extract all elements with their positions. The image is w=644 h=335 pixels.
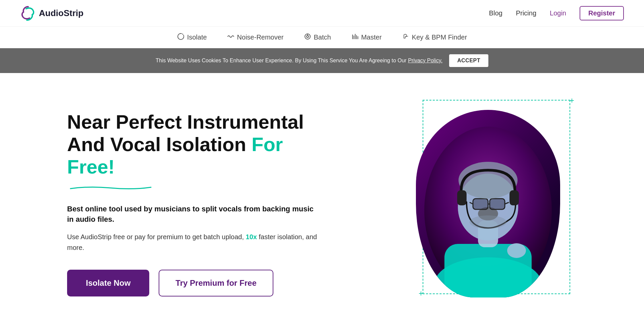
cookie-text: This Website Uses Cookies To Enhance Use… bbox=[156, 58, 442, 64]
nav-label-isolate: Isolate bbox=[187, 34, 207, 41]
hero-description: Use AudioStrip free or pay for premium t… bbox=[67, 231, 322, 253]
try-premium-button[interactable]: Try Premium for Free bbox=[159, 270, 273, 296]
svg-point-1 bbox=[307, 36, 309, 38]
svg-point-23 bbox=[470, 215, 506, 229]
register-button[interactable]: Register bbox=[580, 6, 624, 20]
svg-rect-7 bbox=[358, 36, 358, 39]
batch-icon bbox=[304, 33, 311, 42]
person-illustration bbox=[421, 123, 555, 297]
nav-item-batch[interactable]: Batch bbox=[304, 33, 331, 42]
svg-rect-5 bbox=[355, 34, 356, 39]
header-nav: Blog Pricing Login Register bbox=[489, 6, 624, 20]
noise-remover-icon bbox=[227, 33, 234, 42]
nav-label-noise-remover: Noise-Remover bbox=[237, 34, 284, 41]
hero-title: Near Perfect Instrumental And Vocal Isol… bbox=[67, 111, 322, 178]
hero-image-container bbox=[416, 100, 577, 308]
blog-link[interactable]: Blog bbox=[489, 9, 502, 17]
svg-rect-14 bbox=[473, 199, 488, 209]
svg-rect-20 bbox=[457, 190, 467, 205]
nav-item-noise-remover[interactable]: Noise-Remover bbox=[227, 33, 284, 42]
svg-rect-15 bbox=[490, 199, 505, 209]
key-bpm-icon bbox=[402, 33, 409, 42]
cookie-accept-button[interactable]: ACCEPT bbox=[449, 54, 488, 67]
privacy-policy-link[interactable]: Privacy Policy. bbox=[408, 58, 442, 63]
nav-label-master: Master bbox=[361, 34, 382, 41]
logo-icon bbox=[20, 5, 36, 21]
svg-point-22 bbox=[507, 243, 526, 258]
nav-item-key-bpm[interactable]: Key & BPM Finder bbox=[402, 33, 467, 42]
svg-rect-4 bbox=[354, 36, 354, 39]
logo-text: AudioStrip bbox=[39, 8, 84, 18]
title-underline bbox=[67, 185, 322, 192]
speed-highlight: 10x bbox=[246, 233, 257, 241]
svg-rect-6 bbox=[356, 35, 357, 39]
nav-label-batch: Batch bbox=[314, 34, 331, 41]
cookie-banner: This Website Uses Cookies To Enhance Use… bbox=[0, 48, 644, 73]
master-icon bbox=[351, 33, 359, 42]
hero-buttons: Isolate Now Try Premium for Free bbox=[67, 270, 322, 296]
isolate-icon bbox=[177, 33, 184, 42]
svg-point-19 bbox=[459, 162, 518, 199]
isolate-now-button[interactable]: Isolate Now bbox=[67, 270, 149, 296]
nav-label-key-bpm: Key & BPM Finder bbox=[412, 34, 467, 41]
svg-rect-21 bbox=[509, 190, 519, 205]
hero-subtitle: Best online tool used by musicians to sp… bbox=[67, 204, 322, 225]
header: AudioStrip Blog Pricing Login Register bbox=[0, 0, 644, 27]
login-link[interactable]: Login bbox=[550, 9, 566, 17]
nav-item-isolate[interactable]: Isolate bbox=[177, 33, 207, 42]
hero-photo bbox=[416, 110, 560, 297]
hero-section: Near Perfect Instrumental And Vocal Isol… bbox=[0, 73, 644, 334]
hero-text: Near Perfect Instrumental And Vocal Isol… bbox=[67, 111, 322, 296]
svg-rect-3 bbox=[352, 35, 353, 39]
logo-area[interactable]: AudioStrip bbox=[20, 5, 84, 21]
nav-item-master[interactable]: Master bbox=[351, 33, 382, 42]
sub-nav: Isolate Noise-Remover Batch Master Key &… bbox=[0, 27, 644, 48]
pricing-link[interactable]: Pricing bbox=[516, 9, 536, 17]
